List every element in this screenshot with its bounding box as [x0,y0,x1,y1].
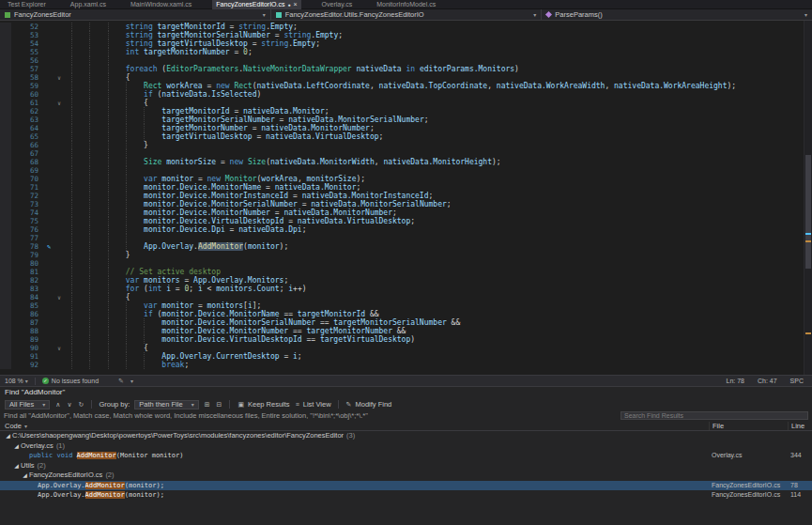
code-cleanup-broom-icon[interactable]: ✎ [118,378,124,385]
fold-chevron-icon[interactable]: ∨ [54,344,64,352]
code-line[interactable]: 89monitor.Device.VirtualDesktopId == tar… [0,335,804,344]
close-icon[interactable]: × [294,1,298,8]
code-line[interactable]: 53string targetMonitorSerialNumber = str… [0,31,804,39]
column-indicator[interactable]: Ch: 47 [758,378,777,384]
breakpoint-margin[interactable] [0,39,11,48]
breakpoint-margin[interactable] [0,310,11,318]
file-filter-dropdown[interactable]: All Files ▾ [5,400,50,409]
breakpoint-margin[interactable] [0,276,11,285]
tab-MainWindow.xaml.cs[interactable]: MainWindow.xaml.cs [127,0,195,9]
expanded-chevron-icon[interactable]: ◢ [21,471,29,481]
code-line[interactable]: 84∨{ [0,293,804,301]
code-line[interactable]: 83for (int i = 0; i < monitors.Count; i+… [0,285,804,293]
column-header-line[interactable]: Line [788,422,812,430]
breakpoint-margin[interactable] [0,73,11,82]
breakpoint-margin[interactable] [0,192,11,200]
code-line[interactable]: 92break; [0,361,804,369]
code-line[interactable]: 79} [0,251,804,259]
breakpoint-margin[interactable] [0,301,11,310]
breakpoint-margin[interactable] [0,268,11,276]
find-match-row[interactable]: App.Overlay.AddMonitor(monitor);FancyZon… [0,481,812,491]
breakpoint-margin[interactable] [0,90,11,99]
breakpoint-margin[interactable] [0,217,11,225]
code-line[interactable]: 65targetVirtualDesktop = nativeData.Virt… [0,132,804,141]
zoom-control[interactable]: 108 % ▾ [5,378,28,384]
code-line[interactable]: 52string targetMonitorId = string.Empty; [0,23,804,31]
code-line[interactable]: 59Rect workArea = new Rect(nativeData.Le… [0,82,804,90]
code-line[interactable]: 81// Set active desktop [0,268,804,276]
code-line[interactable]: 64targetMonitorNumber = nativeData.Monit… [0,124,804,132]
breakpoint-margin[interactable] [0,344,11,352]
code-line[interactable]: 58∨{ [0,73,804,82]
tab-MonitorInfoModel.cs[interactable]: MonitorInfoModel.cs [373,0,439,9]
code-line[interactable]: 68Size monitorSize = new Size(nativeData… [0,158,804,166]
expanded-chevron-icon[interactable]: ◢ [12,461,21,471]
breakpoint-margin[interactable] [0,183,11,192]
member-dropdown[interactable]: ParseParams() ▾ [542,9,812,20]
tab-App.xaml.cs[interactable]: App.xaml.cs [67,0,110,9]
breakpoint-margin[interactable] [0,242,11,251]
column-header-file[interactable]: File [709,422,788,430]
code-line[interactable]: 67 [0,149,804,158]
previous-result-icon[interactable]: ∧ [54,401,61,409]
search-results-input[interactable] [620,411,808,420]
code-editor[interactable]: 52string targetMonitorId = string.Empty;… [0,21,812,375]
code-line[interactable]: 75monitor.Device.VirtualDesktopId = nati… [0,217,804,225]
find-group-row[interactable]: ◢FancyZonesEditorIO.cs(2) [0,471,812,481]
code-line[interactable]: 78✎App.Overlay.AddMonitor(monitor); [0,242,804,251]
breakpoint-margin[interactable] [0,82,11,90]
column-header-code[interactable]: Code ▾ [0,422,709,430]
breakpoint-margin[interactable] [0,251,11,259]
collapse-all-icon[interactable]: ⊟ [216,401,223,409]
breakpoint-margin[interactable] [0,318,11,327]
code-line[interactable]: 72monitor.Device.MonitorInstanceId = nat… [0,192,804,200]
code-line[interactable]: 90∨{ [0,344,804,352]
code-line[interactable]: 60if (nativeData.IsSelected) [0,90,804,99]
breakpoint-margin[interactable] [0,208,11,217]
list-view-toggle[interactable]: ≡ List View [295,400,331,409]
refresh-icon[interactable]: ↻ [78,401,85,409]
breakpoint-margin[interactable] [0,65,11,73]
code-line[interactable]: 87monitor.Device.MonitorSerialNumber == … [0,318,804,327]
tab-FancyZonesEditorIO.cs[interactable]: FancyZonesEditorIO.cs●× [212,0,300,9]
find-group-row[interactable]: ◢Overlay.cs(1) [0,441,812,452]
find-match-row[interactable]: public void AddMonitor(Monitor monitor)O… [0,451,812,461]
scrollbar-thumb[interactable] [805,155,811,269]
code-line[interactable]: 63targetMonitorSerialNumber = nativeData… [0,116,804,124]
expanded-chevron-icon[interactable]: ◢ [4,431,12,441]
breakpoint-margin[interactable] [0,352,11,361]
expand-all-icon[interactable]: ⊞ [204,401,211,409]
breakpoint-margin[interactable] [0,259,11,268]
breakpoint-margin[interactable] [0,141,11,149]
code-line[interactable]: 55int targetMonitorNumber = 0; [0,48,804,56]
code-line[interactable]: 69 [0,166,804,175]
project-dropdown[interactable]: FancyZonesEditor ▾ [0,9,271,20]
breakpoint-margin[interactable] [0,116,11,124]
tab-Test Explorer[interactable]: Test Explorer [4,0,50,9]
breakpoint-margin[interactable] [0,293,11,301]
type-dropdown[interactable]: FancyZonesEditor.Utils.FancyZonesEditorI… [271,9,543,20]
code-line[interactable]: 77 [0,234,804,242]
breakpoint-margin[interactable] [0,158,11,166]
code-line[interactable]: 82var monitors = App.Overlay.Monitors; [0,276,804,285]
line-indicator[interactable]: Ln: 78 [727,378,744,384]
code-line[interactable]: 57foreach (EditorParameters.NativeMonito… [0,65,804,73]
keep-results-toggle[interactable]: ▣ Keep Results [237,400,289,409]
code-line[interactable]: 61∨{ [0,99,804,107]
code-line[interactable]: 66} [0,141,804,149]
code-line[interactable]: 74monitor.Device.MonitorNumber = nativeD… [0,208,804,217]
find-match-row[interactable]: App.Overlay.AddMonitor(monitor);FancyZon… [0,490,812,501]
code-line[interactable]: 85var monitor = monitors[i]; [0,301,804,310]
code-line[interactable]: 73monitor.Device.MonitorSerialNumber = n… [0,200,804,208]
tab-Overlay.cs[interactable]: Overlay.cs [318,0,357,9]
code-line[interactable]: 54string targetVirtualDesktop = string.E… [0,39,804,48]
code-line[interactable]: 70var monitor = new Monitor(workArea, mo… [0,175,804,183]
breakpoint-margin[interactable] [0,361,11,369]
breakpoint-margin[interactable] [0,234,11,242]
code-line[interactable]: 86if (monitor.Device.MonitorName == targ… [0,310,804,318]
fold-chevron-icon[interactable]: ∨ [54,293,64,301]
code-line[interactable]: 91App.Overlay.CurrentDesktop = i; [0,352,804,361]
breakpoint-margin[interactable] [0,225,11,234]
breakpoint-margin[interactable] [0,166,11,175]
breakpoint-margin[interactable] [0,48,11,56]
